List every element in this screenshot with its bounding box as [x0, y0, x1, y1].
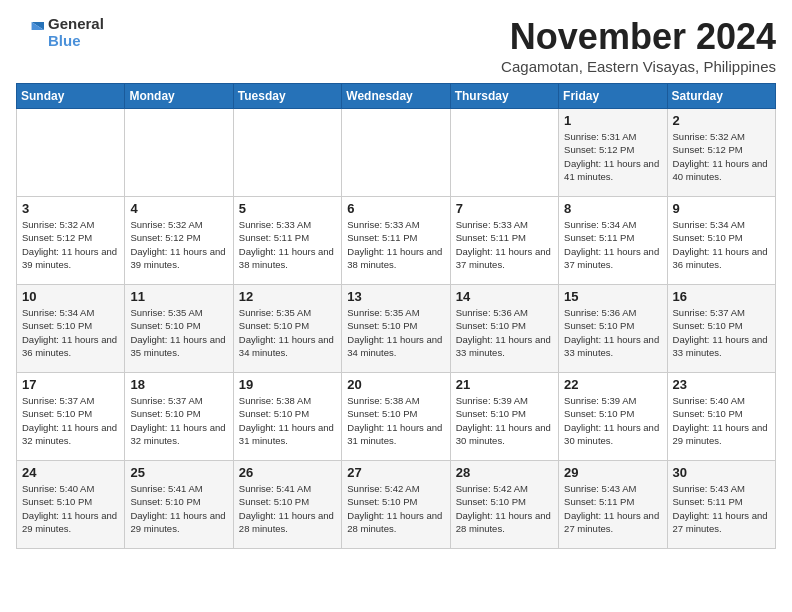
day-cell: 22Sunrise: 5:39 AM Sunset: 5:10 PM Dayli… — [559, 373, 667, 461]
day-cell: 14Sunrise: 5:36 AM Sunset: 5:10 PM Dayli… — [450, 285, 558, 373]
day-info: Sunrise: 5:43 AM Sunset: 5:11 PM Dayligh… — [564, 482, 661, 535]
day-number: 3 — [22, 201, 119, 216]
logo: General Blue — [16, 16, 104, 49]
day-number: 10 — [22, 289, 119, 304]
day-info: Sunrise: 5:35 AM Sunset: 5:10 PM Dayligh… — [130, 306, 227, 359]
day-info: Sunrise: 5:37 AM Sunset: 5:10 PM Dayligh… — [130, 394, 227, 447]
week-row-2: 3Sunrise: 5:32 AM Sunset: 5:12 PM Daylig… — [17, 197, 776, 285]
day-cell: 21Sunrise: 5:39 AM Sunset: 5:10 PM Dayli… — [450, 373, 558, 461]
day-cell: 27Sunrise: 5:42 AM Sunset: 5:10 PM Dayli… — [342, 461, 450, 549]
week-row-4: 17Sunrise: 5:37 AM Sunset: 5:10 PM Dayli… — [17, 373, 776, 461]
day-number: 17 — [22, 377, 119, 392]
day-cell: 18Sunrise: 5:37 AM Sunset: 5:10 PM Dayli… — [125, 373, 233, 461]
day-number: 12 — [239, 289, 336, 304]
day-number: 19 — [239, 377, 336, 392]
calendar-table: SundayMondayTuesdayWednesdayThursdayFrid… — [16, 83, 776, 549]
day-cell: 13Sunrise: 5:35 AM Sunset: 5:10 PM Dayli… — [342, 285, 450, 373]
logo-general: General — [48, 16, 104, 33]
day-number: 7 — [456, 201, 553, 216]
day-info: Sunrise: 5:41 AM Sunset: 5:10 PM Dayligh… — [130, 482, 227, 535]
logo-blue: Blue — [48, 33, 104, 50]
day-cell: 4Sunrise: 5:32 AM Sunset: 5:12 PM Daylig… — [125, 197, 233, 285]
day-cell: 30Sunrise: 5:43 AM Sunset: 5:11 PM Dayli… — [667, 461, 775, 549]
day-cell: 26Sunrise: 5:41 AM Sunset: 5:10 PM Dayli… — [233, 461, 341, 549]
day-cell: 16Sunrise: 5:37 AM Sunset: 5:10 PM Dayli… — [667, 285, 775, 373]
header-saturday: Saturday — [667, 84, 775, 109]
day-info: Sunrise: 5:37 AM Sunset: 5:10 PM Dayligh… — [22, 394, 119, 447]
day-info: Sunrise: 5:35 AM Sunset: 5:10 PM Dayligh… — [239, 306, 336, 359]
day-info: Sunrise: 5:34 AM Sunset: 5:10 PM Dayligh… — [22, 306, 119, 359]
location: Cagamotan, Eastern Visayas, Philippines — [501, 58, 776, 75]
day-info: Sunrise: 5:32 AM Sunset: 5:12 PM Dayligh… — [130, 218, 227, 271]
day-cell: 7Sunrise: 5:33 AM Sunset: 5:11 PM Daylig… — [450, 197, 558, 285]
day-info: Sunrise: 5:40 AM Sunset: 5:10 PM Dayligh… — [22, 482, 119, 535]
day-info: Sunrise: 5:39 AM Sunset: 5:10 PM Dayligh… — [564, 394, 661, 447]
day-cell: 6Sunrise: 5:33 AM Sunset: 5:11 PM Daylig… — [342, 197, 450, 285]
day-number: 26 — [239, 465, 336, 480]
logo-text: General Blue — [48, 16, 104, 49]
day-cell: 23Sunrise: 5:40 AM Sunset: 5:10 PM Dayli… — [667, 373, 775, 461]
day-number: 25 — [130, 465, 227, 480]
day-cell: 9Sunrise: 5:34 AM Sunset: 5:10 PM Daylig… — [667, 197, 775, 285]
day-cell — [450, 109, 558, 197]
day-cell: 12Sunrise: 5:35 AM Sunset: 5:10 PM Dayli… — [233, 285, 341, 373]
day-info: Sunrise: 5:34 AM Sunset: 5:10 PM Dayligh… — [673, 218, 770, 271]
header-friday: Friday — [559, 84, 667, 109]
day-cell: 29Sunrise: 5:43 AM Sunset: 5:11 PM Dayli… — [559, 461, 667, 549]
day-number: 11 — [130, 289, 227, 304]
day-info: Sunrise: 5:32 AM Sunset: 5:12 PM Dayligh… — [673, 130, 770, 183]
day-cell: 5Sunrise: 5:33 AM Sunset: 5:11 PM Daylig… — [233, 197, 341, 285]
header-sunday: Sunday — [17, 84, 125, 109]
day-info: Sunrise: 5:40 AM Sunset: 5:10 PM Dayligh… — [673, 394, 770, 447]
header-wednesday: Wednesday — [342, 84, 450, 109]
day-info: Sunrise: 5:38 AM Sunset: 5:10 PM Dayligh… — [347, 394, 444, 447]
day-number: 1 — [564, 113, 661, 128]
title-block: November 2024 Cagamotan, Eastern Visayas… — [501, 16, 776, 75]
day-cell — [17, 109, 125, 197]
day-number: 9 — [673, 201, 770, 216]
day-info: Sunrise: 5:42 AM Sunset: 5:10 PM Dayligh… — [347, 482, 444, 535]
day-cell: 17Sunrise: 5:37 AM Sunset: 5:10 PM Dayli… — [17, 373, 125, 461]
day-cell: 24Sunrise: 5:40 AM Sunset: 5:10 PM Dayli… — [17, 461, 125, 549]
header-monday: Monday — [125, 84, 233, 109]
day-info: Sunrise: 5:41 AM Sunset: 5:10 PM Dayligh… — [239, 482, 336, 535]
day-number: 20 — [347, 377, 444, 392]
day-number: 23 — [673, 377, 770, 392]
day-cell: 2Sunrise: 5:32 AM Sunset: 5:12 PM Daylig… — [667, 109, 775, 197]
day-number: 21 — [456, 377, 553, 392]
day-number: 8 — [564, 201, 661, 216]
day-cell: 25Sunrise: 5:41 AM Sunset: 5:10 PM Dayli… — [125, 461, 233, 549]
day-number: 2 — [673, 113, 770, 128]
day-cell: 3Sunrise: 5:32 AM Sunset: 5:12 PM Daylig… — [17, 197, 125, 285]
day-info: Sunrise: 5:34 AM Sunset: 5:11 PM Dayligh… — [564, 218, 661, 271]
day-cell: 20Sunrise: 5:38 AM Sunset: 5:10 PM Dayli… — [342, 373, 450, 461]
day-cell: 1Sunrise: 5:31 AM Sunset: 5:12 PM Daylig… — [559, 109, 667, 197]
day-number: 15 — [564, 289, 661, 304]
day-cell: 10Sunrise: 5:34 AM Sunset: 5:10 PM Dayli… — [17, 285, 125, 373]
day-cell — [233, 109, 341, 197]
day-number: 27 — [347, 465, 444, 480]
day-cell — [342, 109, 450, 197]
day-info: Sunrise: 5:37 AM Sunset: 5:10 PM Dayligh… — [673, 306, 770, 359]
day-number: 16 — [673, 289, 770, 304]
day-number: 5 — [239, 201, 336, 216]
day-cell — [125, 109, 233, 197]
day-info: Sunrise: 5:33 AM Sunset: 5:11 PM Dayligh… — [347, 218, 444, 271]
day-number: 22 — [564, 377, 661, 392]
day-number: 30 — [673, 465, 770, 480]
day-info: Sunrise: 5:33 AM Sunset: 5:11 PM Dayligh… — [239, 218, 336, 271]
day-number: 28 — [456, 465, 553, 480]
month-title: November 2024 — [501, 16, 776, 58]
day-info: Sunrise: 5:32 AM Sunset: 5:12 PM Dayligh… — [22, 218, 119, 271]
day-info: Sunrise: 5:31 AM Sunset: 5:12 PM Dayligh… — [564, 130, 661, 183]
week-row-5: 24Sunrise: 5:40 AM Sunset: 5:10 PM Dayli… — [17, 461, 776, 549]
day-cell: 8Sunrise: 5:34 AM Sunset: 5:11 PM Daylig… — [559, 197, 667, 285]
day-info: Sunrise: 5:43 AM Sunset: 5:11 PM Dayligh… — [673, 482, 770, 535]
day-number: 13 — [347, 289, 444, 304]
page-header: General Blue November 2024 Cagamotan, Ea… — [16, 16, 776, 75]
day-number: 4 — [130, 201, 227, 216]
week-row-1: 1Sunrise: 5:31 AM Sunset: 5:12 PM Daylig… — [17, 109, 776, 197]
day-info: Sunrise: 5:42 AM Sunset: 5:10 PM Dayligh… — [456, 482, 553, 535]
day-number: 18 — [130, 377, 227, 392]
day-cell: 15Sunrise: 5:36 AM Sunset: 5:10 PM Dayli… — [559, 285, 667, 373]
